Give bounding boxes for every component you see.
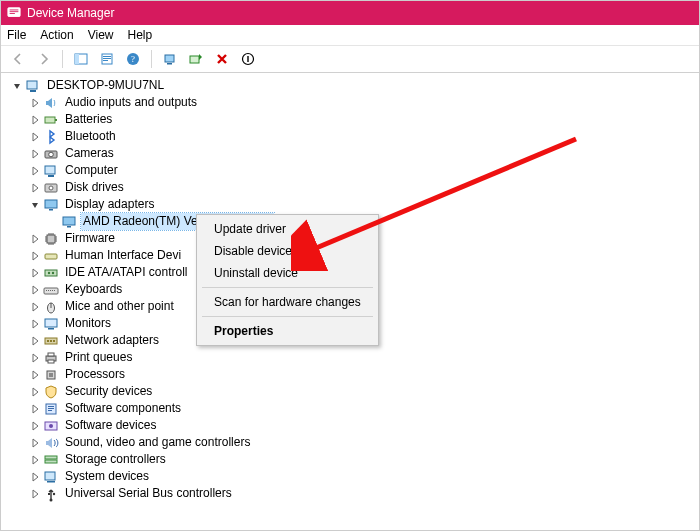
disable-device-button[interactable] [237, 48, 259, 70]
expand-toggle[interactable] [29, 488, 41, 500]
svg-rect-51 [48, 360, 54, 363]
tool-bar: ? [1, 46, 699, 73]
svg-rect-9 [103, 60, 108, 61]
tree-item-label: Processors [63, 366, 127, 383]
tree-item-label: System devices [63, 468, 151, 485]
expand-toggle[interactable] [29, 233, 41, 245]
expand-toggle[interactable] [29, 131, 41, 143]
tree-item[interactable]: Software components [5, 400, 699, 417]
tree-item[interactable]: System devices [5, 468, 699, 485]
tree-item-label: Display adapters [63, 196, 156, 213]
svg-point-21 [49, 152, 54, 157]
svg-rect-17 [30, 90, 36, 92]
expand-toggle[interactable] [29, 114, 41, 126]
svg-rect-50 [48, 353, 54, 356]
expand-toggle[interactable] [29, 335, 41, 347]
properties-button[interactable] [96, 48, 118, 70]
tree-item-label: Firmware [63, 230, 117, 247]
expand-toggle[interactable] [29, 471, 41, 483]
menu-help[interactable]: Help [128, 28, 153, 42]
expand-toggle[interactable] [29, 267, 41, 279]
ctx-separator [202, 316, 373, 317]
expand-toggle[interactable] [29, 301, 41, 313]
svg-rect-13 [167, 63, 172, 65]
disk-icon [43, 180, 59, 196]
svg-rect-55 [48, 406, 54, 407]
svg-rect-5 [75, 54, 79, 64]
tree-item-label: Bluetooth [63, 128, 118, 145]
tree-item[interactable]: Storage controllers [5, 451, 699, 468]
tree-item[interactable]: Processors [5, 366, 699, 383]
expand-toggle[interactable] [29, 369, 41, 381]
svg-rect-26 [45, 200, 57, 208]
tree-item[interactable]: Print queues [5, 349, 699, 366]
tree-item-label: Monitors [63, 315, 113, 332]
expand-toggle[interactable] [29, 165, 41, 177]
expand-toggle[interactable] [29, 97, 41, 109]
usb-icon [43, 486, 59, 502]
svg-rect-40 [54, 290, 55, 291]
expand-toggle[interactable] [29, 437, 41, 449]
svg-rect-37 [48, 290, 49, 291]
monitor-icon [43, 316, 59, 332]
tree-item[interactable]: Universal Serial Bus controllers [5, 485, 699, 502]
svg-rect-44 [48, 328, 54, 330]
menu-view[interactable]: View [88, 28, 114, 42]
svg-rect-53 [49, 373, 53, 377]
tree-item[interactable]: Sound, video and game controllers [5, 434, 699, 451]
expand-toggle[interactable] [29, 318, 41, 330]
expand-toggle[interactable] [29, 352, 41, 364]
svg-rect-28 [63, 217, 75, 225]
tree-item[interactable]: Batteries [5, 111, 699, 128]
uninstall-device-button[interactable] [211, 48, 233, 70]
svg-rect-2 [10, 11, 19, 12]
tree-item[interactable]: Software devices [5, 417, 699, 434]
expand-toggle[interactable] [29, 148, 41, 160]
svg-rect-12 [165, 55, 174, 62]
expand-toggle[interactable] [29, 182, 41, 194]
menu-file[interactable]: File [7, 28, 26, 42]
ctx-properties[interactable]: Properties [200, 320, 375, 342]
ctx-uninstall-device[interactable]: Uninstall device [200, 262, 375, 284]
scan-hardware-button[interactable] [159, 48, 181, 70]
svg-rect-18 [45, 117, 55, 123]
tree-item-label: Mice and other point [63, 298, 176, 315]
tree-item[interactable]: Display adapters [5, 196, 699, 213]
tree-item[interactable]: Security devices [5, 383, 699, 400]
svg-rect-39 [52, 290, 53, 291]
tree-item[interactable]: Cameras [5, 145, 699, 162]
display-icon [43, 197, 59, 213]
svg-rect-61 [45, 460, 57, 463]
svg-rect-7 [103, 56, 111, 57]
ctx-scan-hardware[interactable]: Scan for hardware changes [200, 291, 375, 313]
tree-item[interactable]: Computer [5, 162, 699, 179]
ctx-update-driver[interactable]: Update driver [200, 218, 375, 240]
tree-item[interactable]: Audio inputs and outputs [5, 94, 699, 111]
ide-icon [43, 265, 59, 281]
tree-item-label: Sound, video and game controllers [63, 434, 252, 451]
update-driver-button[interactable] [185, 48, 207, 70]
expand-toggle[interactable] [29, 386, 41, 398]
tree-item-label: Keyboards [63, 281, 124, 298]
tree-root-item[interactable]: DESKTOP-9MUU7NL [5, 77, 699, 94]
expand-toggle[interactable] [29, 403, 41, 415]
expand-toggle[interactable] [29, 250, 41, 262]
svg-rect-62 [45, 472, 55, 480]
svg-rect-29 [67, 226, 71, 228]
menu-action[interactable]: Action [40, 28, 73, 42]
tree-item-label: Security devices [63, 383, 154, 400]
expand-toggle[interactable] [29, 199, 41, 211]
expand-toggle[interactable] [11, 80, 23, 92]
tree-item[interactable]: Bluetooth [5, 128, 699, 145]
window-title: Device Manager [27, 6, 114, 20]
svg-rect-36 [46, 290, 47, 291]
expand-toggle[interactable] [29, 454, 41, 466]
svg-rect-46 [47, 340, 49, 342]
show-hide-console-tree-button[interactable] [70, 48, 92, 70]
expand-toggle[interactable] [29, 284, 41, 296]
tree-item[interactable]: Disk drives [5, 179, 699, 196]
help-button[interactable]: ? [122, 48, 144, 70]
svg-rect-63 [47, 481, 55, 483]
ctx-disable-device[interactable]: Disable device [200, 240, 375, 262]
expand-toggle[interactable] [29, 420, 41, 432]
